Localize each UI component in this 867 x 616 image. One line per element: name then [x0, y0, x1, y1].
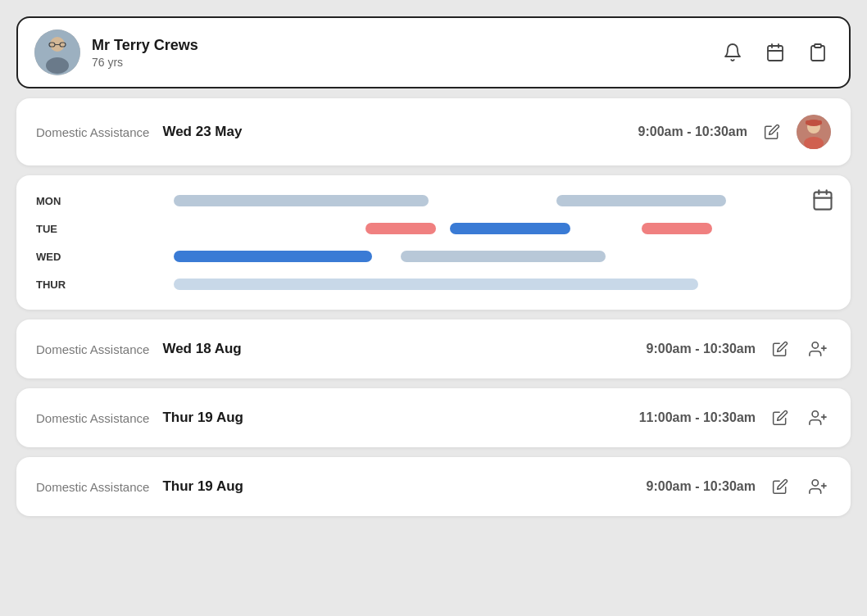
svg-point-23: [812, 411, 818, 417]
appt-time-2: 9:00am - 10:30am: [647, 342, 756, 356]
add-worker-icon-4[interactable]: [805, 473, 831, 500]
schedule-card: MON TUE WED: [16, 175, 851, 310]
svg-point-20: [812, 342, 818, 348]
bars-wed: [82, 247, 790, 265]
add-worker-icon-2[interactable]: [805, 336, 831, 362]
worker-avatar-1: [797, 115, 831, 149]
clipboard-icon[interactable]: [803, 38, 833, 67]
header-card: Mr Terry Crews 76 yrs: [16, 16, 851, 88]
appt-time-1: 9:00am - 10:30am: [638, 125, 747, 139]
day-label-thur: THUR: [36, 279, 72, 291]
appt-type-3: Domestic Assistance: [36, 411, 149, 425]
schedule-row-thur: THUR: [36, 275, 790, 293]
schedule-calendar-icon[interactable]: [811, 188, 834, 215]
appt-date-2: Wed 18 Aug: [162, 341, 241, 357]
appt-type-1: Domestic Assistance: [36, 125, 149, 139]
appt-left-2: Domestic Assistance Wed 18 Aug: [36, 341, 242, 357]
day-label-tue: TUE: [36, 223, 72, 235]
appt-left-3: Domestic Assistance Thur 19 Aug: [36, 410, 243, 426]
appt-type-4: Domestic Assistance: [36, 480, 149, 494]
calendar-icon[interactable]: [760, 38, 790, 67]
appt-left-4: Domestic Assistance Thur 19 Aug: [36, 478, 243, 495]
app-container: Mr Terry Crews 76 yrs: [16, 16, 851, 516]
edit-icon-3[interactable]: [767, 405, 793, 431]
patient-info: Mr Terry Crews 76 yrs: [92, 37, 198, 69]
patient-age: 76 yrs: [92, 56, 198, 69]
appt-date-3: Thur 19 Aug: [162, 410, 243, 426]
svg-rect-10: [815, 44, 821, 48]
appointment-card-3: Domestic Assistance Thur 19 Aug 11:00am …: [16, 388, 851, 447]
appt-type-2: Domestic Assistance: [36, 342, 149, 356]
appt-date-1: Wed 23 May: [162, 124, 242, 140]
header-left: Mr Terry Crews 76 yrs: [34, 29, 198, 75]
appt-left-1: Domestic Assistance Wed 23 May: [36, 124, 242, 140]
appt-right-2: 9:00am - 10:30am: [647, 336, 831, 362]
patient-avatar: [34, 29, 80, 75]
svg-rect-6: [768, 46, 783, 61]
appt-right-3: 11:00am - 10:30am: [639, 405, 831, 431]
appt-date-4: Thur 19 Aug: [162, 478, 243, 495]
bars-thur: [82, 275, 790, 293]
appointment-card-1: Domestic Assistance Wed 23 May 9:00am - …: [16, 98, 851, 165]
bars-mon: [82, 192, 790, 210]
appt-time-3: 11:00am - 10:30am: [639, 410, 756, 425]
edit-icon-1[interactable]: [759, 119, 785, 145]
svg-point-26: [812, 480, 818, 486]
schedule-row-mon: MON: [36, 192, 790, 210]
svg-rect-15: [806, 120, 822, 125]
schedule-row-tue: TUE: [36, 220, 790, 238]
appointment-card-2: Domestic Assistance Wed 18 Aug 9:00am - …: [16, 319, 851, 378]
edit-icon-4[interactable]: [767, 473, 793, 500]
appt-right-4: 9:00am - 10:30am: [647, 473, 831, 500]
schedule-grid: MON TUE WED: [36, 192, 831, 293]
appointment-card-4: Domestic Assistance Thur 19 Aug 9:00am -…: [16, 457, 851, 516]
bars-tue: [82, 220, 790, 238]
edit-icon-2[interactable]: [767, 336, 793, 362]
appt-right-1: 9:00am - 10:30am: [638, 115, 831, 149]
add-worker-icon-3[interactable]: [805, 405, 831, 431]
svg-rect-16: [815, 192, 832, 210]
notification-icon[interactable]: [718, 38, 747, 67]
appt-time-4: 9:00am - 10:30am: [647, 479, 756, 494]
schedule-row-wed: WED: [36, 247, 790, 265]
day-label-wed: WED: [36, 251, 72, 263]
day-label-mon: MON: [36, 195, 72, 207]
svg-point-2: [46, 57, 69, 74]
patient-name: Mr Terry Crews: [92, 37, 198, 54]
header-icons: [718, 38, 833, 67]
